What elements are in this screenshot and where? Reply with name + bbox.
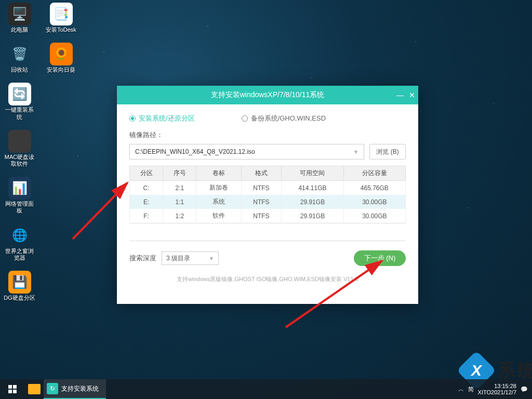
pc-icon-glyph: 🖥️ bbox=[8, 3, 31, 25]
install-dialog: 支持安装windowsXP/7/8/10/11系统 — ✕ 安装系统/还原分区 … bbox=[117, 86, 418, 304]
radio-backup[interactable]: 备份系统/GHO,WIN,ESD bbox=[242, 114, 326, 123]
dialog-titlebar[interactable]: 支持安装windowsXP/7/8/10/11系统 — ✕ bbox=[117, 86, 418, 104]
dialog-title-text: 支持安装windowsXP/7/8/10/11系统 bbox=[211, 90, 325, 100]
dialog-footer-text: 支持windows原版镜像,GHOST ISO镜像,GHO,WIM,ESD镜像安… bbox=[129, 275, 406, 283]
image-path-dropdown[interactable]: C:\DEEPIN_WIN10_X64_Q8_V2021.12.iso ▼ bbox=[129, 144, 364, 159]
svg-rect-2 bbox=[8, 385, 12, 389]
sunflower-icon[interactable]: 🌻安装向日葵 bbox=[44, 43, 78, 73]
table-header: 格式 bbox=[241, 166, 282, 181]
recycle-icon[interactable]: 🗑️回收站 bbox=[3, 43, 36, 73]
close-icon[interactable]: ✕ bbox=[409, 91, 415, 99]
windows-icon bbox=[8, 385, 17, 393]
notification-icon[interactable]: 💬 bbox=[521, 386, 528, 393]
chevron-down-icon: ▼ bbox=[209, 256, 214, 261]
minimize-icon[interactable]: — bbox=[396, 91, 404, 99]
system-tray[interactable]: ︿ 简 13:15:28 XITO2021/12/7 💬 bbox=[458, 383, 532, 395]
mac-icon[interactable]: MAC硬盘读取软件 bbox=[3, 130, 36, 167]
todesk-icon-glyph: 📑 bbox=[50, 3, 73, 25]
mac-icon-glyph bbox=[8, 130, 31, 153]
pc-icon[interactable]: 🖥️此电脑 bbox=[3, 3, 36, 33]
radio-install-restore[interactable]: 安装系统/还原分区 bbox=[129, 114, 195, 123]
svg-rect-3 bbox=[13, 385, 17, 389]
browse-button[interactable]: 浏览 (B) bbox=[369, 144, 406, 159]
chevron-down-icon: ▼ bbox=[353, 149, 358, 155]
folder-icon bbox=[28, 384, 41, 394]
image-path-label: 镜像路径： bbox=[129, 130, 406, 140]
table-row[interactable]: C:2:1新加卷NTFS414.11GB465.76GB bbox=[130, 181, 406, 195]
start-button[interactable] bbox=[0, 379, 25, 399]
table-row[interactable]: F:1:2软件NTFS29.91GB30.00GB bbox=[130, 209, 406, 223]
browser-icon-glyph: 🌐 bbox=[8, 224, 31, 247]
taskbar-explorer[interactable] bbox=[25, 379, 44, 399]
ime-indicator[interactable]: 简 bbox=[468, 385, 474, 393]
radio-dot-icon bbox=[129, 115, 136, 122]
taskbar: ↻ 支持安装系统 ︿ 简 13:15:28 XITO2021/12/7 💬 bbox=[0, 379, 532, 399]
table-header: 分区容量 bbox=[343, 166, 405, 181]
reinstall-icon[interactable]: 🔄一键重装系统 bbox=[3, 83, 36, 120]
netpanel-icon[interactable]: 📊网络管理面板 bbox=[3, 177, 36, 214]
browser-icon[interactable]: 🌐世界之窗浏览器 bbox=[3, 224, 36, 261]
table-header: 卷标 bbox=[196, 166, 241, 181]
table-header: 分区 bbox=[130, 166, 163, 181]
taskbar-active-task[interactable]: ↻ 支持安装系统 bbox=[44, 379, 106, 399]
reinstall-icon-glyph: 🔄 bbox=[8, 83, 31, 105]
table-header: 可用空间 bbox=[282, 166, 343, 181]
next-button[interactable]: 下一步 (N) bbox=[354, 250, 406, 266]
recycle-icon-glyph: 🗑️ bbox=[8, 43, 31, 65]
search-depth-label: 搜索深度 bbox=[129, 254, 156, 263]
search-depth-select[interactable]: 3 级目录 ▼ bbox=[162, 251, 219, 265]
svg-rect-4 bbox=[8, 390, 12, 393]
desktop: 🖥️此电脑🗑️回收站🔄一键重装系统MAC硬盘读取软件📊网络管理面板🌐世界之窗浏览… bbox=[0, 0, 532, 399]
table-row[interactable]: E:1:1系统NTFS29.91GB30.00GB bbox=[130, 195, 406, 209]
dg-icon[interactable]: 💾DG硬盘分区 bbox=[3, 271, 36, 301]
sunflower-icon-glyph: 🌻 bbox=[50, 43, 73, 65]
table-header: 序号 bbox=[163, 166, 196, 181]
radio-dot-icon bbox=[242, 115, 248, 122]
app-icon: ↻ bbox=[47, 383, 58, 394]
tray-chevron-icon[interactable]: ︿ bbox=[458, 385, 464, 393]
netpanel-icon-glyph: 📊 bbox=[8, 177, 31, 200]
todesk-icon[interactable]: 📑安装ToDesk bbox=[44, 3, 78, 33]
partition-table[interactable]: 分区序号卷标格式可用空间分区容量 C:2:1新加卷NTFS414.11GB465… bbox=[129, 166, 406, 223]
dg-icon-glyph: 💾 bbox=[8, 271, 31, 294]
svg-rect-5 bbox=[13, 390, 17, 393]
desktop-icons: 🖥️此电脑🗑️回收站🔄一键重装系统MAC硬盘读取软件📊网络管理面板🌐世界之窗浏览… bbox=[3, 3, 78, 301]
tray-clock[interactable]: 13:15:28 XITO2021/12/7 bbox=[478, 383, 516, 395]
